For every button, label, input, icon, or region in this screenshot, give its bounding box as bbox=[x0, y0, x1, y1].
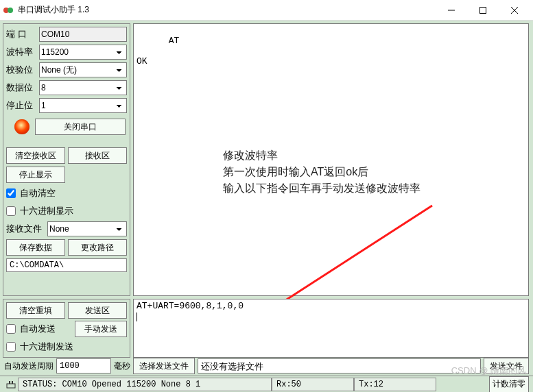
annotation-text: 修改波特率 第一次使用时输入AT返回ok后 输入以下指令回车再手动发送修改波特率 bbox=[223, 147, 421, 197]
baud-select[interactable]: 115200 bbox=[39, 45, 127, 60]
manual-send-button[interactable]: 手动发送 bbox=[75, 321, 127, 337]
config-panel: 端 口 COM10 波特率 115200 校验位 None (无) 数据位 8 … bbox=[3, 23, 130, 296]
clear-refill-button[interactable]: 清空重填 bbox=[6, 302, 65, 319]
stopbits-select[interactable]: 1 bbox=[39, 98, 127, 113]
maximize-button[interactable] bbox=[467, 0, 499, 21]
rx-count: Rx:50 bbox=[272, 378, 354, 391]
parity-select[interactable]: None (无) bbox=[39, 62, 127, 77]
svg-point-1 bbox=[8, 8, 13, 13]
baud-label: 波特率 bbox=[6, 46, 36, 58]
close-port-button[interactable]: 关闭串口 bbox=[35, 119, 126, 135]
svg-line-6 bbox=[268, 206, 432, 312]
svg-rect-9 bbox=[12, 381, 13, 384]
rxfile-select[interactable]: None bbox=[47, 221, 127, 236]
receive-textarea[interactable]: AT OK 修改波特率 第一次使用时输入AT返回ok后 输入以下指令回车再手动发… bbox=[133, 23, 529, 296]
databits-select[interactable]: 8 bbox=[39, 80, 127, 95]
rx-area-button[interactable]: 接收区 bbox=[68, 147, 127, 164]
select-send-file-button[interactable]: 选择发送文件 bbox=[133, 358, 195, 374]
close-button[interactable] bbox=[499, 0, 530, 21]
window-title: 串口调试小助手 1.3 bbox=[18, 4, 436, 16]
hex-send-checkbox[interactable]: 十六进制发送 bbox=[6, 339, 127, 354]
svg-rect-3 bbox=[480, 7, 486, 13]
save-path-box: C:\COMDATA\ bbox=[6, 258, 127, 272]
port-label: 端 口 bbox=[6, 28, 36, 40]
count-clear-button[interactable]: 计数清零 bbox=[489, 376, 529, 393]
status-text: STATUS: COM10 Opened 115200 None 8 1 bbox=[18, 378, 272, 391]
auto-clear-checkbox[interactable]: 自动清空 bbox=[6, 186, 127, 201]
minimize-button[interactable] bbox=[436, 0, 467, 21]
parity-label: 校验位 bbox=[6, 64, 36, 76]
hex-display-checkbox[interactable]: 十六进制显示 bbox=[6, 204, 127, 219]
rxfile-label: 接收文件 bbox=[6, 223, 45, 235]
clear-rx-button[interactable]: 清空接收区 bbox=[6, 147, 65, 164]
auto-period-unit: 毫秒 bbox=[114, 360, 130, 372]
auto-send-checkbox[interactable]: 自动发送 bbox=[6, 321, 72, 336]
stopbits-label: 停止位 bbox=[6, 99, 36, 112]
svg-rect-8 bbox=[9, 381, 10, 384]
auto-period-input[interactable] bbox=[56, 358, 111, 373]
tx-count: Tx:12 bbox=[354, 378, 436, 391]
databits-label: 数据位 bbox=[6, 82, 36, 94]
svg-rect-7 bbox=[7, 384, 15, 388]
change-path-button[interactable]: 更改路径 bbox=[68, 239, 127, 256]
selected-file-label: 还没有选择文件 bbox=[198, 358, 481, 373]
watermark-text: CSDN @ 随南的风 bbox=[451, 365, 526, 377]
stop-display-button[interactable]: 停止显示 bbox=[6, 167, 65, 183]
titlebar: 串口调试小助手 1.3 bbox=[0, 0, 533, 21]
status-bar: STATUS: COM10 Opened 115200 None 8 1 Rx:… bbox=[0, 376, 533, 392]
save-data-button[interactable]: 保存数据 bbox=[6, 239, 65, 256]
auto-period-label: 自动发送周期 bbox=[4, 360, 54, 372]
app-icon bbox=[3, 5, 14, 16]
statusbar-icon bbox=[4, 380, 18, 389]
status-indicator-icon bbox=[14, 119, 29, 134]
port-select[interactable]: COM10 bbox=[39, 27, 127, 42]
tx-area-button[interactable]: 发送区 bbox=[68, 302, 127, 319]
send-panel: 清空重填 发送区 自动发送 手动发送 十六进制发送 bbox=[3, 299, 130, 358]
send-textarea[interactable]: AT+UART=9600,8,1,0,0 bbox=[133, 299, 529, 358]
